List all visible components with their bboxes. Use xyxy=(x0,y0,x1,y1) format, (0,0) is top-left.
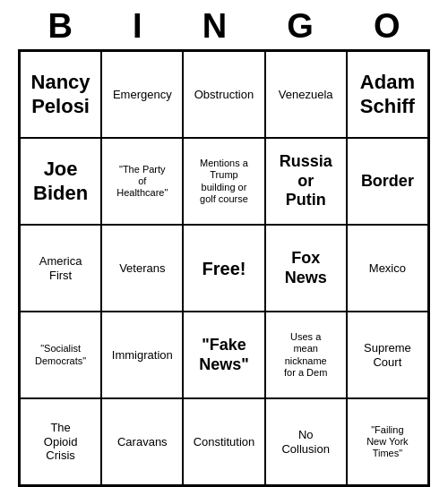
letter-b: B xyxy=(32,7,89,46)
bingo-cell-17: "Fake News" xyxy=(183,312,264,398)
bingo-title: B I N G O xyxy=(18,0,430,49)
bingo-cell-0: Nancy Pelosi xyxy=(20,51,101,138)
letter-g: G xyxy=(271,7,330,46)
bingo-cell-7: Mentions a Trump building or golf course xyxy=(183,138,264,225)
bingo-cell-9: Border xyxy=(347,138,428,225)
letter-n: N xyxy=(186,7,243,46)
bingo-cell-10: America First xyxy=(20,225,101,312)
bingo-cell-15: "Socialist Democrats" xyxy=(20,312,101,398)
bingo-cell-3: Venezuela xyxy=(265,51,347,138)
bingo-cell-21: Caravans xyxy=(101,398,183,485)
bingo-cell-4: Adam Schiff xyxy=(347,51,428,138)
bingo-cell-14: Mexico xyxy=(347,225,428,312)
bingo-cell-20: The Opioid Crisis xyxy=(20,398,101,485)
bingo-cell-1: Emergency xyxy=(101,51,183,138)
letter-o: O xyxy=(358,7,417,46)
bingo-cell-16: Immigration xyxy=(101,312,183,398)
bingo-cell-6: "The Party of Healthcare" xyxy=(101,138,183,225)
bingo-grid: Nancy PelosiEmergencyObstructionVenezuel… xyxy=(18,49,430,487)
bingo-cell-8: Russia or Putin xyxy=(265,138,347,225)
bingo-cell-23: No Collusion xyxy=(265,398,347,485)
bingo-cell-5: Joe Biden xyxy=(20,138,101,225)
bingo-cell-24: "Failing New York Times" xyxy=(347,398,428,485)
bingo-cell-2: Obstruction xyxy=(183,51,264,138)
bingo-cell-19: Supreme Court xyxy=(347,312,428,398)
bingo-cell-11: Veterans xyxy=(101,225,183,312)
bingo-cell-22: Constitution xyxy=(183,398,264,485)
bingo-cell-18: Uses a mean nickname for a Dem xyxy=(265,312,347,398)
bingo-cell-13: Fox News xyxy=(265,225,347,312)
bingo-cell-12: Free! xyxy=(183,225,264,312)
letter-i: I xyxy=(116,7,159,46)
